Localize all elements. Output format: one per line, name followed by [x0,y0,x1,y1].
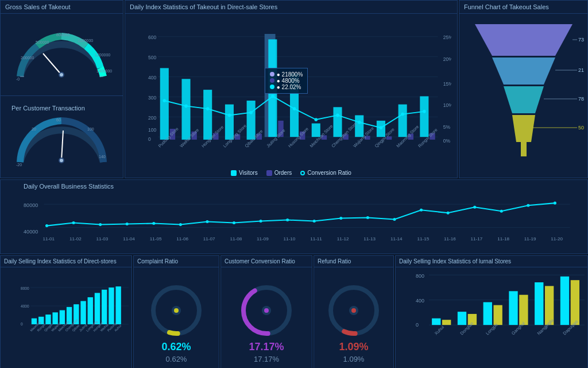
svg-point-127 [527,204,529,207]
svg-text:400: 400 [416,298,424,304]
svg-rect-205 [509,291,517,325]
svg-point-78 [423,110,426,113]
svg-text:800000: 800000 [56,33,69,37]
svg-point-184 [174,308,179,313]
refund-title: Refund Ratio [314,256,393,267]
refund-gauge-svg [325,282,382,339]
svg-point-125 [473,206,476,209]
svg-point-66 [163,99,166,102]
svg-marker-93 [492,57,555,85]
svg-rect-165 [102,290,107,324]
svg-rect-64 [420,96,428,137]
complaint-title: Complaint Ratio [134,256,219,267]
svg-rect-163 [88,297,93,324]
legend-orders: Orders [266,170,292,176]
top-row: Gross Sales of Takeout [0,0,588,178]
svg-rect-52 [290,74,299,137]
svg-text:11-09: 11-09 [257,236,269,241]
svg-text:20: 20 [32,127,36,131]
svg-rect-203 [483,302,492,325]
svg-text:600: 600 [148,34,156,40]
direct-stores-title: Daily Selling Index Statistics of Direct… [1,256,131,267]
svg-point-69 [228,114,231,117]
svg-rect-43 [203,90,212,140]
svg-text:-20: -20 [16,163,22,167]
line-chart-title: Daily Overall Business Statistics [24,183,582,191]
svg-text:11-16: 11-16 [444,236,456,241]
svg-point-110 [72,221,75,224]
svg-text:11-02: 11-02 [69,236,82,241]
svg-text:5%: 5% [443,124,451,130]
svg-point-117 [260,220,262,223]
svg-text:1200000: 1200000 [95,53,110,57]
svg-rect-50 [268,39,277,137]
svg-text:20%: 20% [443,56,451,62]
left-panel: Gross Sales of Takeout [0,0,123,178]
svg-text:11-10: 11-10 [284,236,296,241]
svg-marker-94 [504,86,544,113]
svg-point-123 [420,209,423,212]
svg-rect-56 [333,107,342,137]
funnel-title: Funnel Chart of Takeout Sales [459,1,587,14]
direct-stores-panel: Daily Selling Index Statistics of Direct… [0,255,132,368]
svg-line-2 [43,53,61,75]
svg-point-68 [206,107,210,110]
bar-chart-legend: Visitors Orders Conversion Ratio [125,168,457,178]
svg-rect-62 [399,105,407,137]
svg-text:1400000: 1400000 [96,69,112,73]
svg-point-119 [313,220,316,223]
svg-text:800: 800 [416,273,424,279]
refund-sub: 1.09% [343,355,365,363]
svg-text:11-03: 11-03 [96,236,109,241]
svg-text:15%: 15% [443,81,451,87]
lurnal-stores-title: Daily Selling Index Statistics of lurnal… [396,256,587,267]
svg-rect-200 [442,320,451,325]
svg-point-188 [264,308,269,313]
refund-value: 1.09% [339,341,368,353]
conversion-ratio-area: 17.17% 17.17% [221,267,312,368]
refund-panel: Refund Ratio 1.09% 1.09% [314,255,394,368]
svg-text:-0: -0 [16,77,20,81]
conversion-title: Customer Conversion Ratio [221,256,312,267]
svg-text:200000: 200000 [21,56,34,60]
right-panel: Funnel Chart of Takeout Sales [459,0,588,178]
complaint-gauge-svg [148,282,205,339]
gauge-1-section: -0 200000 500000 800000 1000000 1200000 … [1,14,123,95]
svg-rect-159 [60,310,65,324]
complaint-sub: 0.62% [166,355,187,363]
svg-point-116 [233,221,235,224]
svg-text:11-01: 11-01 [42,236,55,241]
svg-text:60: 60 [56,118,61,122]
middle-panel: Daily Index Statistics of Takeout in Dir… [125,0,458,178]
svg-text:500000: 500000 [36,40,49,44]
bottom-row: Daily Selling Index Statistics of Direct… [0,255,588,368]
gauge-title-2: Per Customer Transaction [11,105,112,113]
lurnal-stores-panel: Daily Selling Index Statistics of lurnal… [395,255,588,368]
svg-text:7351800%: 7351800% [578,37,584,43]
svg-text:11-17: 11-17 [471,236,483,241]
svg-text:0: 0 [21,322,23,326]
svg-text:11-15: 11-15 [417,236,429,241]
svg-point-76 [380,126,383,129]
svg-text:Xuhui: Xuhui [434,324,445,336]
svg-point-75 [358,121,361,124]
svg-text:0: 0 [416,322,419,328]
svg-point-14 [60,159,63,162]
svg-point-71 [271,95,274,98]
svg-point-72 [293,107,296,110]
svg-rect-199 [432,319,440,325]
svg-rect-210 [571,280,579,325]
lurnal-stores-svg: 800 400 0 [416,269,585,368]
svg-rect-41 [181,79,190,140]
svg-text:8000: 8000 [21,286,29,290]
speedometer-2: -20 20 60 100 140 [11,113,112,168]
svg-point-126 [500,210,503,213]
line-chart-svg: 80000 40000 [24,191,582,249]
conversion-value: 17.17% [249,341,284,353]
svg-text:0: 0 [148,136,151,142]
svg-point-111 [99,223,102,226]
complaint-value: 0.62% [161,341,191,353]
svg-point-114 [179,223,182,226]
svg-rect-206 [519,295,528,325]
lurnal-stores-chart: 800 400 0 [396,267,587,368]
